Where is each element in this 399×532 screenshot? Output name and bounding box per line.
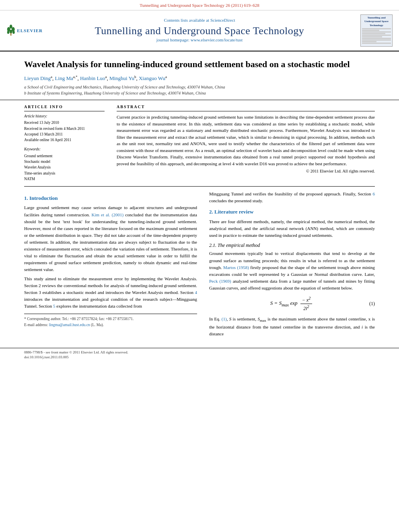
keywords-label: Keywords:: [24, 147, 105, 152]
author-xianguo: Xianguo Wu: [139, 75, 165, 81]
footnote-corresponding: * Corresponding author. Tel.: +86 27 875…: [24, 316, 197, 322]
sciencedirect-link[interactable]: ScienceDirect: [210, 18, 235, 23]
elsevier-text: ELSEVIER: [17, 28, 43, 34]
footer-issn: 0886-7798/$ - see front matter © 2011 El…: [24, 350, 375, 355]
author-ling: Ling Ma: [55, 75, 73, 81]
affiliations: a School of Civil Engineering and Mechan…: [24, 84, 375, 97]
contents-available-line: Contents lists available at ScienceDirec…: [47, 17, 352, 23]
sec4-link[interactable]: 4: [195, 290, 197, 295]
footnote-email: E-mail address: lingma@amail.hust.edu.cn…: [24, 322, 197, 328]
intro-para2: This study aimed to eliminate the measur…: [24, 275, 197, 310]
keyword-5: NATM: [24, 177, 105, 182]
elsevier-logo: ELSEVIER: [6, 21, 43, 41]
intro-heading: 1. Introduction: [24, 195, 197, 202]
author-hanbin: Hanbin Luo: [80, 75, 105, 81]
affiliation-a: a School of Civil Engineering and Mechan…: [24, 84, 375, 90]
keywords-section: Keywords: Ground settlement Stochastic m…: [24, 147, 105, 182]
history-label: Article history:: [24, 114, 105, 119]
equation-number: (1): [369, 300, 375, 307]
footer-doi: doi:10.1016/j.tust.2011.03.005: [24, 355, 375, 360]
abstract-heading: ABSTRACT: [117, 104, 375, 111]
article-authors: Lieyun Dinga, Ling Maa,*, Hanbin Luoa, M…: [24, 74, 375, 82]
received-date: Received 13 July 2010: [24, 120, 105, 125]
lit-review-para1: There are four different methods, namely…: [209, 218, 375, 239]
empirical-heading: 2.1. The empirical method: [209, 242, 375, 249]
equation1-desc: In Eq. (1), S is settlement, Smax is the…: [209, 316, 375, 337]
journal-citation: Tunnelling and Underground Space Technol…: [0, 0, 399, 10]
svg-rect-4: [10, 33, 11, 36]
email-link[interactable]: lingma@amail.hust.edu.cn: [49, 323, 90, 327]
received-revised-date: Received in revised form 4 March 2011: [24, 126, 105, 131]
journal-thumbnail: Tunnelling and Underground Space Technol…: [356, 14, 393, 47]
article-title: Wavelet Analysis for tunneling-induced g…: [24, 59, 375, 70]
intro-cont-para: Mingguang Tunnel and verifies the feasib…: [209, 191, 375, 204]
svg-point-3: [10, 30, 12, 33]
keyword-1: Ground settlement: [24, 154, 105, 159]
available-date: Available online 16 April 2011: [24, 138, 105, 143]
journal-title: Tunnelling and Underground Space Technol…: [47, 25, 352, 37]
abstract-text: Current practice in predicting tunneling…: [117, 114, 375, 167]
accepted-date: Accepted 13 March 2011: [24, 132, 105, 137]
author-minghui: Minghui Yu: [109, 75, 134, 81]
journal-homepage: journal homepage: www.elsevier.com/locat…: [47, 37, 352, 43]
journal-header: ELSEVIER Contents lists available at Sci…: [0, 10, 399, 51]
article-history: Article history: Received 13 July 2010 R…: [24, 114, 105, 143]
journal-header-center: Contents lists available at ScienceDirec…: [47, 17, 352, 44]
article-title-section: Wavelet Analysis for tunneling-induced g…: [0, 51, 399, 100]
abstract-copyright: © 2011 Elsevier Ltd. All rights reserved…: [117, 168, 375, 175]
abstract-col: ABSTRACT Current practice in predicting …: [117, 104, 375, 182]
equation-content: S = Smax exp − x2 2i2: [270, 296, 314, 312]
eq1-link[interactable]: (1): [222, 316, 227, 321]
author-lieyun: Lieyun Ding: [24, 75, 51, 81]
lit-review-heading: 2. Literature review: [209, 208, 375, 216]
right-column: Mingguang Tunnel and verifies the feasib…: [209, 191, 375, 340]
keyword-3: Wavelet Analysis: [24, 165, 105, 170]
affiliation-b: b Institute of Systems Engineering, Huaz…: [24, 90, 375, 97]
keyword-4: Time-series analysis: [24, 171, 105, 176]
sec5-link[interactable]: 5: [53, 304, 56, 308]
empirical-para1: Ground movements typically lead to verti…: [209, 250, 375, 291]
svg-point-5: [7, 31, 10, 34]
svg-point-0: [10, 25, 12, 29]
peck-ref[interactable]: Peck (1969): [209, 279, 231, 283]
svg-point-6: [12, 31, 15, 34]
article-info-heading: ARTICLE INFO: [24, 104, 105, 111]
footer: 0886-7798/$ - see front matter © 2011 El…: [0, 348, 399, 362]
equation-1: S = Smax exp − x2 2i2 (1): [209, 296, 375, 312]
sec6-link[interactable]: 6: [373, 191, 375, 196]
left-column: 1. Introduction Large ground settlement …: [24, 191, 197, 340]
keyword-2: Stochastic model: [24, 159, 105, 164]
main-content: 1. Introduction Large ground settlement …: [0, 187, 399, 344]
elsevier-tree-icon: [6, 21, 15, 41]
kim-ref[interactable]: Kim et al. (2001): [91, 212, 123, 217]
info-abstract-section: ARTICLE INFO Article history: Received 1…: [0, 100, 399, 186]
footnote-section: * Corresponding author. Tel.: +86 27 875…: [24, 314, 197, 328]
intro-para1: Large ground settlement may cause seriou…: [24, 204, 197, 273]
martos-ref[interactable]: Martos (1958): [223, 265, 249, 270]
article-info-col: ARTICLE INFO Article history: Received 1…: [24, 104, 105, 182]
